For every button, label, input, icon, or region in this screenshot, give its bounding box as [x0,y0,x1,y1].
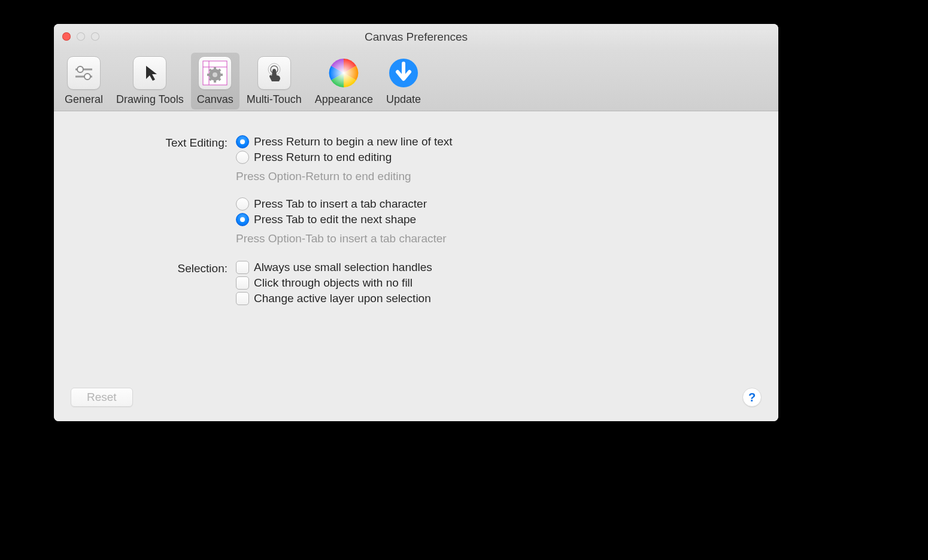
tab-label: Update [386,93,421,106]
radio-icon [236,151,249,164]
checkbox-label: Always use small selection handles [254,261,432,274]
check-change-active-layer[interactable]: Change active layer upon selection [236,292,431,305]
window-controls [62,32,99,41]
titlebar: Canvas Preferences [54,24,778,50]
help-button[interactable]: ? [742,388,762,407]
canvas-gear-icon [198,56,232,90]
footer: Reset ? [71,388,762,407]
check-small-handles[interactable]: Always use small selection handles [236,261,432,274]
radio-return-newline[interactable]: Press Return to begin a new line of text [236,135,453,148]
window-title: Canvas Preferences [54,31,778,44]
reset-button[interactable]: Reset [71,388,133,407]
sliders-icon [67,56,101,90]
radio-return-end-editing[interactable]: Press Return to end editing [236,151,392,164]
text-editing-group: Press Return to begin a new line of text… [236,135,778,257]
download-arrow-icon [387,56,420,90]
check-click-through-no-fill[interactable]: Click through objects with no fill [236,276,413,290]
preferences-toolbar: General Drawing Tools [54,50,778,111]
preferences-content: Text Editing: Press Return to begin a ne… [54,111,778,421]
tab-label: General [65,93,103,106]
radio-label: Press Return to begin a new line of text [254,135,453,148]
radio-label: Press Tab to edit the next shape [254,213,416,226]
hint-return: Press Option-Return to end editing [236,170,411,183]
tab-canvas[interactable]: Canvas [191,53,239,109]
question-mark-icon: ? [748,391,756,404]
tab-update[interactable]: Update [380,53,427,109]
checkbox-icon [236,261,249,274]
hint-tab: Press Option-Tab to insert a tab charact… [236,232,447,245]
svg-line-13 [210,69,211,71]
checkbox-icon [236,292,249,305]
svg-point-19 [329,59,358,87]
radio-tab-insert-char[interactable]: Press Tab to insert a tab character [236,197,427,211]
zoom-icon[interactable] [91,32,99,41]
svg-line-14 [219,78,220,80]
radio-icon [236,213,249,226]
close-icon[interactable] [62,32,71,41]
tab-appearance[interactable]: Appearance [309,53,379,109]
checkbox-label: Change active layer upon selection [254,292,431,305]
tab-label: Multi-Touch [247,93,302,106]
svg-point-8 [213,72,217,77]
radio-icon [236,135,249,148]
radio-tab-next-shape[interactable]: Press Tab to edit the next shape [236,213,416,226]
radio-label: Press Tab to insert a tab character [254,197,427,211]
tab-label: Canvas [197,93,233,106]
selection-group: Always use small selection handles Click… [236,261,778,305]
tab-label: Appearance [315,93,373,106]
section-label-text-editing: Text Editing: [54,135,228,150]
svg-point-2 [77,66,83,72]
tab-multi-touch[interactable]: Multi-Touch [241,53,308,109]
preferences-window: Canvas Preferences General Drawing Tools [54,24,778,421]
svg-point-3 [84,74,90,80]
tab-general[interactable]: General [59,53,109,109]
svg-line-16 [219,69,220,71]
radio-icon [236,197,249,211]
svg-line-15 [210,78,211,80]
cursor-icon [133,56,166,90]
tab-label: Drawing Tools [116,93,184,106]
checkbox-label: Click through objects with no fill [254,276,413,290]
minimize-icon[interactable] [77,32,85,41]
tab-drawing-tools[interactable]: Drawing Tools [110,53,190,109]
color-wheel-icon [327,56,360,90]
checkbox-icon [236,276,249,290]
radio-label: Press Return to end editing [254,151,392,164]
touch-icon [257,56,291,90]
section-label-selection: Selection: [54,261,228,275]
